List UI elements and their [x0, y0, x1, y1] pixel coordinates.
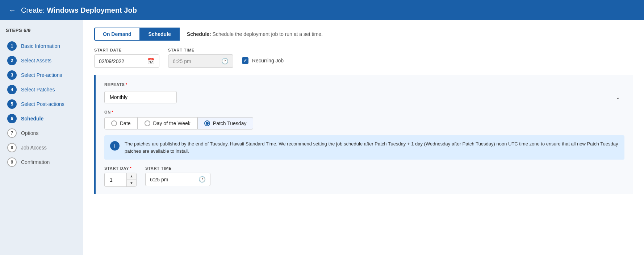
start-time-label: START TIME: [168, 48, 233, 52]
info-box: i The patches are published by the end o…: [104, 135, 624, 160]
step-label-9: Confirmation: [21, 159, 50, 165]
tab-description-prefix: Schedule:: [187, 31, 211, 37]
start-date-group: START DATE 02/09/2022 📅: [94, 48, 159, 68]
start-date-label: START DATE: [94, 48, 159, 52]
repeats-select-wrapper: Monthly Daily Weekly Yearly ⌄: [104, 91, 624, 103]
sidebar-step-8[interactable]: 8Job Access: [6, 140, 78, 155]
tab-schedule[interactable]: Schedule: [140, 28, 180, 41]
radio-inner-patch: [206, 122, 209, 125]
radio-circle-day: [145, 120, 150, 126]
clock-icon: 🕐: [221, 58, 229, 65]
step-label-5: Select Post-actions: [21, 101, 64, 107]
repeats-label: REPEATS*: [104, 82, 624, 87]
on-required-star: *: [112, 110, 113, 114]
radio-group: Date Day of the Week Patch Tuesday: [104, 117, 624, 129]
recurring-checkbox[interactable]: ✓: [242, 57, 248, 64]
start-day-group: START DAY* 1 ▲ ▼: [104, 166, 137, 187]
page-header: ← Create: Windows Deployment Job: [0, 0, 644, 20]
recurring-section: REPEATS* Monthly Daily Weekly Yearly ⌄ O…: [94, 75, 633, 194]
start-time-group: START TIME 6:25 pm 🕐: [168, 48, 233, 68]
chevron-down-icon: ⌄: [616, 94, 620, 100]
main-layout: STEPS 6/9 1Basic Information2Select Asse…: [0, 20, 644, 255]
step-circle-2: 2: [7, 56, 17, 65]
sidebar-step-5[interactable]: 5Select Post-actions: [6, 97, 78, 111]
radio-patch-label: Patch Tuesday: [213, 120, 247, 126]
info-icon: i: [110, 141, 120, 151]
repeats-group: REPEATS* Monthly Daily Weekly Yearly ⌄: [104, 82, 624, 103]
sidebar: STEPS 6/9 1Basic Information2Select Asse…: [0, 20, 83, 255]
radio-day-of-week[interactable]: Day of the Week: [138, 117, 197, 129]
tab-description-text: Schedule the deployment job to run at a …: [211, 31, 323, 37]
spinner-buttons: ▲ ▼: [126, 173, 136, 186]
checkmark-icon: ✓: [243, 58, 247, 63]
radio-day-label: Day of the Week: [153, 120, 191, 126]
recurring-checkbox-row[interactable]: ✓ Recurring Job: [242, 57, 284, 64]
step-label-3: Select Pre-actions: [21, 72, 62, 78]
start-time-value: 6:25 pm: [173, 58, 191, 64]
radio-patch-tuesday[interactable]: Patch Tuesday: [197, 117, 254, 129]
start-time-input[interactable]: 6:25 pm 🕐: [168, 54, 233, 68]
sidebar-step-6[interactable]: 6Schedule: [6, 111, 78, 126]
on-label: ON*: [104, 110, 624, 114]
spinner-down-button[interactable]: ▼: [127, 180, 136, 186]
radio-circle-date: [111, 120, 117, 126]
sidebar-step-3[interactable]: 3Select Pre-actions: [6, 68, 78, 82]
title-main: Windows Deployment Job: [47, 6, 137, 14]
start-date-input[interactable]: 02/09/2022 📅: [94, 54, 159, 68]
step-label-2: Select Assets: [21, 58, 51, 63]
start-day-star: *: [130, 166, 131, 170]
step-label-8: Job Access: [21, 145, 47, 151]
title-prefix: Create:: [21, 6, 47, 14]
step-label-6: Schedule: [21, 116, 43, 122]
calendar-icon: 📅: [147, 58, 155, 65]
sidebar-step-1[interactable]: 1Basic Information: [6, 39, 78, 53]
info-text: The patches are published by the end of …: [125, 140, 619, 155]
step-circle-4: 4: [7, 85, 17, 94]
start-time2-input[interactable]: 6:25 pm 🕐: [145, 173, 210, 186]
start-time2-label: START TIME: [145, 166, 210, 170]
clock2-icon: 🕐: [198, 176, 206, 183]
start-day-label: START DAY*: [104, 166, 137, 170]
tab-on-demand[interactable]: On Demand: [94, 28, 140, 41]
sidebar-step-7[interactable]: 7Options: [6, 126, 78, 140]
schedule-form-row: START DATE 02/09/2022 📅 START TIME 6:25 …: [94, 48, 633, 68]
start-row: START DAY* 1 ▲ ▼ START TIME 6:25 pm 🕐: [104, 166, 624, 187]
sidebar-step-4[interactable]: 4Select Patches: [6, 82, 78, 97]
step-circle-7: 7: [7, 128, 17, 138]
step-circle-8: 8: [7, 143, 17, 152]
step-label-4: Select Patches: [21, 87, 55, 92]
step-circle-3: 3: [7, 70, 17, 80]
step-circle-5: 5: [7, 99, 17, 109]
spinner-up-button[interactable]: ▲: [127, 173, 136, 180]
start-date-value: 02/09/2022: [99, 58, 124, 64]
step-circle-1: 1: [7, 41, 17, 51]
radio-date[interactable]: Date: [104, 117, 138, 129]
page-title: Create: Windows Deployment Job: [21, 6, 137, 15]
tab-row: On Demand Schedule Schedule: Schedule th…: [94, 28, 633, 41]
sidebar-step-9[interactable]: 9Confirmation: [6, 155, 78, 169]
start-time2-value: 6:25 pm: [150, 177, 168, 182]
recurring-label: Recurring Job: [252, 58, 284, 63]
steps-label: STEPS 6/9: [6, 28, 78, 33]
radio-date-label: Date: [120, 120, 131, 126]
sidebar-step-2[interactable]: 2Select Assets: [6, 53, 78, 68]
step-circle-9: 9: [7, 157, 17, 167]
step-label-1: Basic Information: [21, 43, 60, 49]
back-button[interactable]: ←: [9, 6, 16, 15]
radio-circle-patch: [204, 120, 210, 126]
repeats-required-star: *: [126, 82, 127, 87]
step-circle-6: 6: [7, 114, 17, 123]
content-area: On Demand Schedule Schedule: Schedule th…: [83, 20, 644, 255]
step-label-7: Options: [21, 130, 38, 136]
start-time2-group: START TIME 6:25 pm 🕐: [145, 166, 210, 186]
tab-description: Schedule: Schedule the deployment job to…: [187, 31, 323, 37]
repeats-select[interactable]: Monthly Daily Weekly Yearly: [104, 91, 177, 103]
start-day-spinner[interactable]: 1 ▲ ▼: [104, 173, 137, 187]
start-day-value: 1: [105, 174, 126, 186]
